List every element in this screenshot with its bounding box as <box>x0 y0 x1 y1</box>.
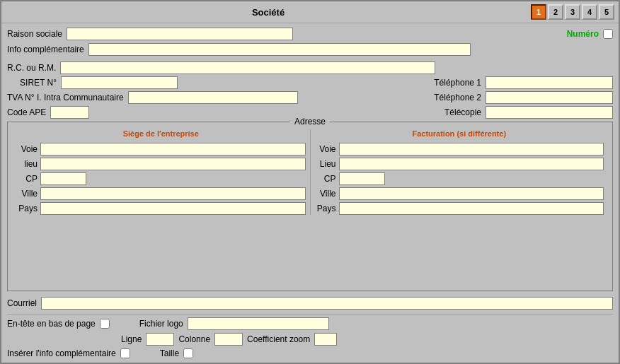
tva-label: TVA N° I. Intra Communautaire <box>7 93 124 102</box>
telephone1-label: Téléphone 1 <box>434 78 481 88</box>
siege-col: Siège de l'entreprise Voie lieu CP V <box>12 129 310 215</box>
siret-label: SIRET N° <box>7 78 57 88</box>
info-complementaire-row: Info complémentaire <box>7 43 613 56</box>
numero-label: Numéro <box>567 29 599 39</box>
pays2-label: Pays <box>315 204 336 213</box>
code-ape-label: Code APE <box>7 107 46 117</box>
siege-voie-row: Voie <box>16 143 306 155</box>
tva-tel2-row: TVA N° I. Intra Communautaire Téléphone … <box>7 91 613 104</box>
siege-ville-row: Ville <box>16 187 306 200</box>
telephone1-input[interactable] <box>486 76 613 89</box>
entete-checkbox[interactable] <box>100 319 110 329</box>
coefficient-zoom-label: Coefficient zoom <box>247 334 310 344</box>
fact-voie-input[interactable] <box>339 143 604 155</box>
ville2-label: Ville <box>315 189 336 199</box>
fact-pays-input[interactable] <box>339 202 604 215</box>
telecopie-label: Télécopie <box>444 107 481 117</box>
fichier-logo-input[interactable] <box>188 317 329 330</box>
rc-tel-section: R.C. ou R.M. SIRET N° Téléphone 1 TVA N°… <box>7 61 613 119</box>
main-window: Société 1 2 3 4 5 Raison sociale Numéro … <box>0 0 620 364</box>
tva-input[interactable] <box>128 91 298 104</box>
fact-voie-row: Voie <box>315 143 604 155</box>
telephone2-input[interactable] <box>486 91 613 104</box>
coefficient-zoom-input[interactable] <box>314 333 337 346</box>
fact-ville-row: Ville <box>315 187 604 200</box>
inserer-label: Insérer l'info complémentaire <box>7 348 116 358</box>
telephone2-label: Téléphone 2 <box>434 93 481 102</box>
raison-sociale-input[interactable] <box>67 28 293 40</box>
ville-label: Ville <box>16 189 38 199</box>
facturation-col: Facturation (si différente) Voie Lieu CP <box>310 129 609 215</box>
fact-pays-row: Pays <box>315 202 604 215</box>
fichier-logo-label: Fichier logo <box>139 319 183 329</box>
siege-cp-row: CP <box>16 172 306 185</box>
window-title: Société <box>6 7 531 18</box>
tab-4[interactable]: 4 <box>582 4 597 20</box>
bottom-section: En-tête en bas de page Fichier logo Lign… <box>7 314 613 358</box>
raison-sociale-row: Raison sociale Numéro <box>7 28 613 40</box>
numero-checkbox[interactable] <box>603 29 613 39</box>
lieu-label: lieu <box>16 159 38 169</box>
siege-pays-row: Pays <box>16 202 306 215</box>
adresse-title: Adresse <box>290 117 330 127</box>
code-ape-input[interactable] <box>50 106 89 119</box>
tab-buttons: 1 2 3 4 5 <box>531 4 614 20</box>
taille-label: Taille <box>160 348 179 358</box>
siege-voie-input[interactable] <box>40 143 306 155</box>
entete-label: En-tête en bas de page <box>7 319 96 329</box>
lieu2-label: Lieu <box>315 159 336 169</box>
fact-lieu-input[interactable] <box>339 158 604 170</box>
rc-rm-label: R.C. ou R.M. <box>7 63 56 73</box>
colonne-label: Colonne <box>178 334 210 344</box>
courriel-row: Courriel <box>7 294 613 311</box>
siret-input[interactable] <box>61 76 178 89</box>
ligne-input[interactable] <box>146 333 174 346</box>
cp-label: CP <box>16 174 38 184</box>
fact-cp-row: CP <box>315 172 604 185</box>
siret-tel1-row: SIRET N° Téléphone 1 <box>7 76 613 89</box>
siege-lieu-input[interactable] <box>40 158 306 170</box>
title-bar: Société 1 2 3 4 5 <box>1 1 619 23</box>
pays-label: Pays <box>16 204 38 213</box>
voie2-label: Voie <box>315 144 336 154</box>
facturation-title: Facturation (si différente) <box>315 129 604 138</box>
tab-5[interactable]: 5 <box>599 4 614 20</box>
siege-title: Siège de l'entreprise <box>16 129 306 138</box>
fact-ville-input[interactable] <box>339 187 604 200</box>
tab-2[interactable]: 2 <box>548 4 563 20</box>
adresse-section: Adresse Siège de l'entreprise Voie lieu … <box>7 122 613 291</box>
inserer-taille-row: Insérer l'info complémentaire Taille <box>7 348 613 358</box>
siege-ville-input[interactable] <box>40 187 306 200</box>
ligne-colonne-zoom-row: Ligne Colonne Coefficient zoom <box>7 333 613 346</box>
tab-3[interactable]: 3 <box>565 4 580 20</box>
tab-1[interactable]: 1 <box>531 4 546 20</box>
rc-rm-input[interactable] <box>60 61 435 74</box>
courriel-input[interactable] <box>41 297 613 310</box>
fact-lieu-row: Lieu <box>315 158 604 170</box>
courriel-label: Courriel <box>7 298 37 308</box>
taille-checkbox[interactable] <box>183 348 193 358</box>
rc-rm-row: R.C. ou R.M. <box>7 61 613 74</box>
entete-logo-row: En-tête en bas de page Fichier logo <box>7 317 613 330</box>
info-complementaire-label: Info complémentaire <box>7 45 84 54</box>
address-columns: Siège de l'entreprise Voie lieu CP V <box>12 129 608 215</box>
colonne-input[interactable] <box>214 333 243 346</box>
ligne-label: Ligne <box>121 334 142 344</box>
form-content: Raison sociale Numéro Info complémentair… <box>1 23 619 363</box>
info-complementaire-input[interactable] <box>88 43 471 56</box>
siege-lieu-row: lieu <box>16 158 306 170</box>
cp2-label: CP <box>315 174 336 184</box>
voie-label: Voie <box>16 144 38 154</box>
telecopie-input[interactable] <box>486 106 613 119</box>
siege-pays-input[interactable] <box>40 202 306 215</box>
raison-sociale-label: Raison sociale <box>7 29 62 39</box>
inserer-checkbox[interactable] <box>120 348 130 358</box>
siege-cp-input[interactable] <box>40 172 86 185</box>
fact-cp-input[interactable] <box>339 172 385 185</box>
